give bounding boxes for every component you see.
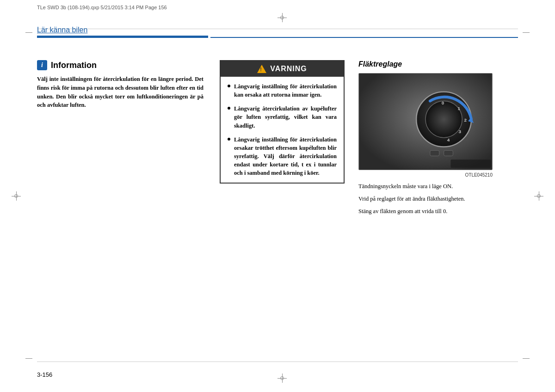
right-mark-top: [523, 32, 530, 33]
flakt-description: Tändningsnyckeln måste vara i läge ON. V…: [358, 182, 493, 215]
svg-rect-12: [450, 159, 491, 168]
top-divider: [37, 29, 518, 29]
middle-column: VARNING Långvarig inställning för återci…: [213, 60, 352, 355]
warning-text-3: Långvarig inställning för återcirkulatio…: [234, 135, 337, 178]
left-column: i Information Välj inte inställningen fö…: [37, 60, 213, 355]
bullet-icon-1: [228, 85, 230, 87]
bullet-icon-3: [228, 138, 230, 141]
svg-text:1: 1: [458, 106, 461, 111]
flakt-title: Fläktreglage: [358, 60, 518, 68]
right-column: Fläktreglage: [352, 60, 518, 355]
crosshair-right-icon: [534, 191, 543, 201]
flakt-desc-2: Vrid på reglaget för att ändra fläkthast…: [358, 195, 493, 203]
svg-text:2: 2: [464, 117, 467, 122]
svg-text:4: 4: [447, 137, 450, 142]
warning-item-2: Långvarig återcirkulation av kupélufter …: [228, 104, 337, 129]
crosshair-bottom-icon: [278, 374, 287, 383]
svg-point-3: [426, 101, 462, 137]
warning-item-1: Långvarig inställning för återcirkulatio…: [228, 82, 337, 99]
page-number: 3-156: [37, 371, 52, 378]
svg-text:3: 3: [459, 129, 462, 134]
image-caption: OTLE045210: [358, 172, 493, 178]
main-content: i Information Välj inte inställningen fö…: [37, 60, 518, 355]
section-title-bar: [37, 36, 208, 38]
section-line: [210, 37, 518, 38]
left-mark-bottom: [25, 358, 32, 359]
warning-title: VARNING: [270, 65, 307, 73]
svg-rect-10: [430, 150, 439, 156]
warning-body: Långvarig inställning för återcirkulatio…: [221, 77, 344, 183]
warning-triangle-icon: [257, 65, 266, 73]
flakt-desc-1: Tändningsnyckeln måste vara i läge ON.: [358, 182, 493, 191]
warning-item-3: Långvarig inställning för återcirkulatio…: [228, 135, 337, 178]
crosshair-top-icon: [278, 13, 287, 22]
flakt-image: 0 1 2 3 4: [358, 73, 493, 170]
crosshair-left-icon: [12, 191, 21, 201]
warning-text-2: Långvarig återcirkulation av kupélufter …: [234, 104, 337, 129]
info-body: Välj inte inställningen för återcirkulat…: [37, 75, 204, 110]
info-icon: i: [37, 60, 47, 70]
bottom-divider: [37, 361, 518, 362]
information-box: i Information Välj inte inställningen fö…: [37, 60, 204, 110]
warning-header: VARNING: [221, 61, 344, 77]
svg-rect-11: [444, 150, 453, 156]
header-file-info: TLe SWD 3b (108-194).qxp 5/21/2015 3:14 …: [37, 5, 167, 10]
info-header: i Information: [37, 60, 204, 70]
warning-text-1: Långvarig inställning för återcirkulatio…: [234, 82, 337, 99]
svg-text:0: 0: [442, 100, 444, 105]
section-title: Lär känna bilen: [37, 26, 87, 34]
bullet-icon-2: [228, 107, 230, 110]
info-title: Information: [51, 61, 97, 70]
flakt-desc-3: Stäng av fläkten genom att vrida till 0.: [358, 207, 493, 216]
right-mark-bottom: [523, 358, 530, 359]
left-mark-top: [25, 32, 32, 33]
warning-box: VARNING Långvarig inställning för återci…: [220, 60, 345, 184]
